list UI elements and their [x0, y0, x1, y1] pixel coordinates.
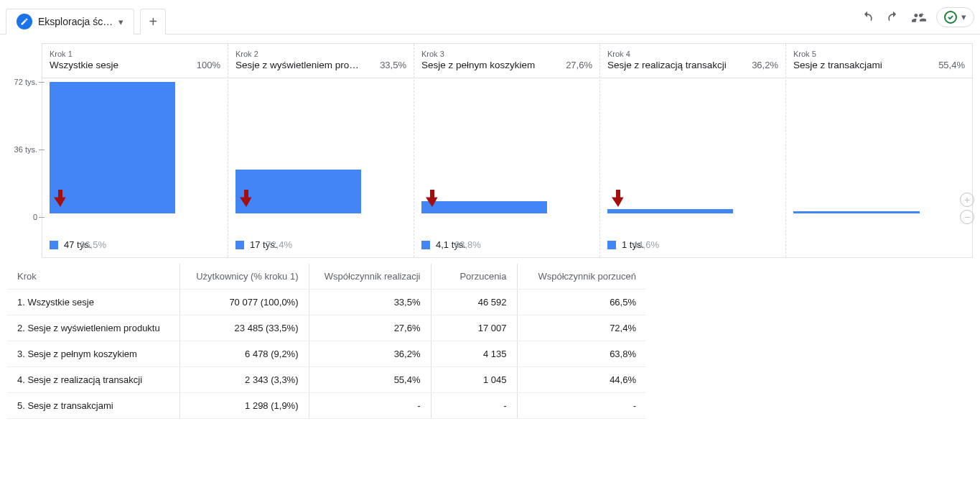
redo-button[interactable]	[880, 4, 906, 30]
legend-swatch	[607, 241, 616, 249]
share-button[interactable]	[906, 4, 932, 30]
funnel-step[interactable]: Krok 3 Sesje z pełnym koszykiem 27,6% 4,…	[414, 44, 600, 257]
edit-icon	[17, 14, 32, 29]
cell: 72,4%	[517, 315, 646, 341]
cell: 5. Sesje z transakcjami	[7, 393, 179, 419]
step-footer: 1 tys. 44,6%	[600, 213, 785, 257]
step-name: Sesje z realizacją transakcji	[607, 60, 727, 70]
zoom-controls: + −	[960, 193, 974, 224]
funnel-table: KrokUżytkownicy (% kroku 1)Współczynnik …	[7, 264, 973, 419]
step-name: Wszystkie sesje	[50, 60, 118, 70]
legend-swatch	[421, 241, 430, 249]
col-header[interactable]: Krok	[7, 264, 179, 290]
step-footer: 17 tys. 72,4%	[228, 213, 414, 257]
bar[interactable]	[421, 201, 547, 213]
step-header: Krok 5 Sesje z transakcjami 55,4%	[786, 44, 972, 78]
step-percent: 27,6%	[566, 60, 592, 70]
tab-title: Eksploracja śc…	[38, 16, 113, 27]
cell: 17 007	[431, 315, 517, 341]
step-header: Krok 4 Sesje z realizacją transakcji 36,…	[600, 44, 785, 78]
step-name: Sesje z pełnym koszykiem	[421, 60, 535, 70]
table-row[interactable]: 4. Sesje z realizacją transakcji2 343 (3…	[7, 367, 646, 393]
cell: 44,6%	[517, 367, 646, 393]
funnel-step[interactable]: Krok 5 Sesje z transakcjami 55,4%	[786, 44, 972, 257]
step-percent: 33,5%	[380, 60, 406, 70]
step-footer: 4,1 tys. 63,8%	[414, 213, 599, 257]
legend-swatch	[235, 241, 244, 249]
step-percent: 55,4%	[938, 60, 965, 70]
cell: 2 343 (3,3%)	[179, 367, 309, 393]
cell: 63,8%	[517, 341, 646, 367]
y-axis: 72 tys. 36 tys. 0	[7, 82, 42, 217]
cell: 36,2%	[309, 341, 431, 367]
undo-button[interactable]	[854, 4, 880, 30]
col-header[interactable]: Porzucenia	[431, 264, 517, 290]
zoom-out-button[interactable]: −	[960, 210, 974, 224]
step-number: Krok 5	[793, 50, 965, 58]
step-footer: 47 tys. 66,5%	[42, 213, 228, 257]
cell: 1 045	[431, 367, 517, 393]
step-header: Krok 2 Sesje z wyświetleniem pro… 33,5%	[228, 44, 414, 78]
step-name: Sesje z transakcjami	[793, 60, 882, 70]
cell: 2. Sesje z wyświetleniem produktu	[7, 315, 179, 341]
cell: 70 077 (100,0%)	[179, 290, 309, 315]
dropoff-arrow-icon	[426, 189, 439, 210]
step-number: Krok 1	[50, 50, 220, 58]
step-number: Krok 3	[421, 50, 592, 58]
cell: 33,5%	[309, 290, 431, 315]
chevron-down-icon[interactable]: ▾	[118, 17, 123, 27]
table-row[interactable]: 1. Wszystkie sesje70 077 (100,0%)33,5%46…	[7, 290, 646, 315]
step-number: Krok 4	[607, 50, 778, 58]
cell: -	[431, 393, 517, 419]
ytick-label: 0	[33, 213, 37, 221]
status-menu[interactable]: ▾	[936, 7, 974, 27]
cell: 46 592	[431, 290, 517, 315]
cell: 3. Sesje z pełnym koszykiem	[7, 341, 179, 367]
step-header: Krok 1 Wszystkie sesje 100%	[42, 44, 228, 78]
zoom-in-button[interactable]: +	[960, 193, 974, 207]
bar-area	[600, 78, 785, 213]
table-row[interactable]: 2. Sesje z wyświetleniem produktu23 485 …	[7, 315, 646, 341]
table-row[interactable]: 5. Sesje z transakcjami1 298 (1,9%)---	[7, 393, 646, 419]
bar[interactable]	[235, 170, 361, 213]
funnel-chart: 72 tys. 36 tys. 0 Krok 1 Wszystkie sesje…	[7, 43, 973, 258]
exploration-tab[interactable]: Eksploracja śc… ▾	[6, 9, 134, 34]
dropoff-arrow-icon	[54, 189, 67, 210]
cell: 66,5%	[517, 290, 646, 315]
step-number: Krok 2	[235, 50, 406, 58]
ytick-label: 72 tys.	[14, 78, 37, 86]
step-percent: 36,2%	[752, 60, 778, 70]
dropoff-percent: 72,4%	[266, 239, 292, 250]
funnel-step[interactable]: Krok 1 Wszystkie sesje 100% 47 tys. 66,5…	[42, 44, 228, 257]
ytick-label: 36 tys.	[14, 145, 37, 154]
cell: 23 485 (33,5%)	[179, 315, 309, 341]
funnel-step[interactable]: Krok 2 Sesje z wyświetleniem pro… 33,5% …	[228, 44, 414, 257]
bar-area	[42, 78, 228, 213]
cell: 6 478 (9,2%)	[179, 341, 309, 367]
legend-swatch	[50, 241, 58, 249]
bar-area	[228, 78, 414, 213]
col-header[interactable]: Współczynnik realizacji	[309, 264, 431, 290]
cell: 1 298 (1,9%)	[179, 393, 309, 419]
bar-area	[414, 78, 599, 213]
dropoff-percent: 63,8%	[454, 239, 481, 250]
cell: 1. Wszystkie sesje	[7, 290, 179, 315]
cell: 4. Sesje z realizacją transakcji	[7, 367, 179, 393]
table-row[interactable]: 3. Sesje z pełnym koszykiem6 478 (9,2%)3…	[7, 341, 646, 367]
step-footer	[786, 213, 972, 226]
bar-area	[786, 78, 972, 213]
dropoff-arrow-icon	[612, 189, 625, 210]
col-header[interactable]: Współczynnik porzuceń	[517, 264, 646, 290]
col-header[interactable]: Użytkownicy (% kroku 1)	[179, 264, 309, 290]
add-tab-button[interactable]: +	[140, 9, 166, 34]
cell: 55,4%	[309, 367, 431, 393]
check-icon	[944, 11, 957, 24]
bar[interactable]	[50, 82, 175, 213]
funnel-step[interactable]: Krok 4 Sesje z realizacją transakcji 36,…	[600, 44, 786, 257]
dropoff-arrow-icon	[240, 189, 253, 210]
dropoff-percent: 66,5%	[80, 239, 106, 250]
cell: -	[309, 393, 431, 419]
step-name: Sesje z wyświetleniem pro…	[235, 60, 359, 70]
step-percent: 100%	[197, 60, 220, 70]
cell: -	[517, 393, 646, 419]
